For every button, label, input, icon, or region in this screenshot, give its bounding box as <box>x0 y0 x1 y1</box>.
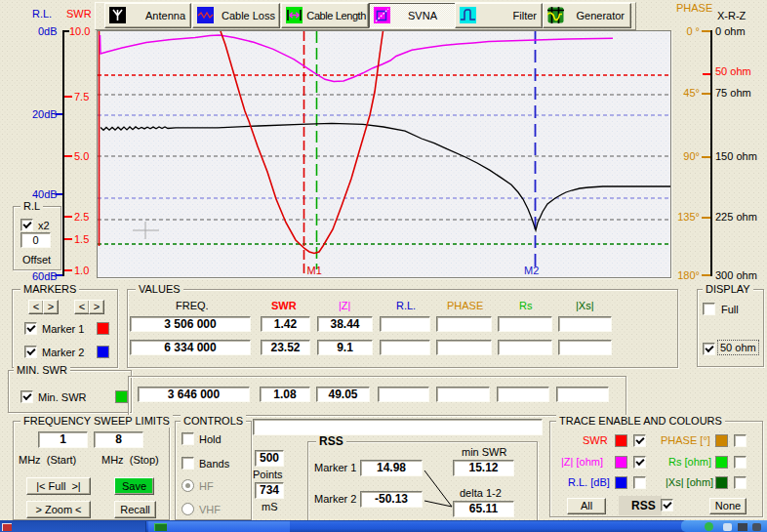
svg-text:M2: M2 <box>524 265 539 276</box>
svg-text:M1: M1 <box>307 265 322 276</box>
